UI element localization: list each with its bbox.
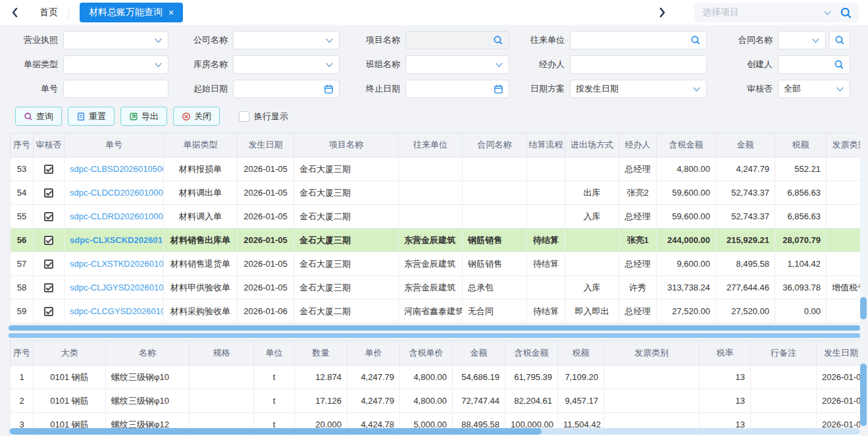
chevron-down-icon: [836, 85, 844, 94]
close-button[interactable]: 关闭: [173, 107, 220, 126]
contract-name-select[interactable]: [778, 31, 826, 49]
scrollbar-thumb[interactable]: [10, 428, 542, 435]
cell-category: 0101 钢筋: [34, 366, 106, 389]
row-checkbox-checked[interactable]: [44, 236, 53, 245]
detail-table-horizontal-scrollbar[interactable]: [9, 428, 860, 435]
creator-search[interactable]: [778, 55, 850, 74]
table-row[interactable]: 57sdpc-CLXSTKD202601050材料销售退货单2026-01-05…: [11, 252, 861, 276]
chevron-down-icon: [154, 36, 163, 45]
cell-tax: 0.00: [775, 300, 827, 323]
cell-doc-type: 材料甲供验收单: [164, 276, 238, 300]
doc-number-link[interactable]: sdpc-CLXSTKD202601050: [70, 259, 164, 269]
warehouse-select[interactable]: [233, 55, 340, 74]
row-checkbox-checked[interactable]: [44, 283, 53, 292]
doc-number-link[interactable]: sdpc-CLDCD20260100000: [70, 188, 164, 198]
cell-settle-flow: [527, 157, 565, 181]
table-row[interactable]: 59sdpc-CLCGYSD202601060材料采购验收单2026-01-06…: [11, 300, 861, 323]
team-select[interactable]: [405, 55, 509, 74]
cell-project: 金石大厦三期: [294, 252, 399, 276]
counterparty-search[interactable]: [570, 31, 707, 49]
query-button[interactable]: 查询: [15, 107, 62, 126]
doc-number-link[interactable]: sdpc-CLCGYSD202601060: [70, 306, 164, 316]
row-checkbox-checked[interactable]: [44, 188, 53, 198]
doc-number-link[interactable]: sdpc-CLBSD20260105000: [70, 164, 164, 174]
business-license-select[interactable]: [63, 31, 168, 49]
cell-invoice-type: [827, 300, 861, 323]
forward-chevron-icon[interactable]: [657, 7, 667, 18]
cell-row-remark: [751, 366, 817, 389]
tab-home[interactable]: 首页: [39, 7, 58, 18]
reset-button[interactable]: 重置: [68, 107, 115, 126]
doc-no-input[interactable]: [63, 80, 168, 98]
cell-category: 0101 钢筋: [34, 389, 106, 413]
panel-splitter-scrollbar[interactable]: [9, 333, 860, 338]
column-header-price: 单价: [347, 341, 400, 366]
project-name-search[interactable]: [405, 31, 509, 49]
search-icon: [24, 112, 33, 121]
date-scheme-select[interactable]: 按发生日期: [570, 80, 707, 98]
cell-amount: 27,520.00: [716, 300, 775, 323]
search-icon[interactable]: [834, 59, 844, 70]
cell-counterparty: 河南省鑫泰建筑: [399, 300, 463, 323]
cell-invoice-type: [827, 229, 861, 252]
doc-type-select[interactable]: [63, 55, 168, 74]
search-icon[interactable]: [690, 35, 701, 45]
cell-doc-type: 材料报损单: [164, 157, 238, 181]
detail-lines-table: 序号大类名称规格单位数量单价含税单价金额含税金额税额发票类别税率行备注发生日期1…: [10, 341, 860, 436]
row-checkbox-checked[interactable]: [44, 165, 53, 174]
main-table-vertical-scrollbar[interactable]: [860, 158, 867, 321]
search-icon[interactable]: [840, 7, 852, 19]
cell-tax: 36,093.78: [775, 276, 827, 300]
table-row[interactable]: 55sdpc-CLDRD20260100000材料调入单2026-01-05金石…: [11, 205, 861, 229]
column-header-amount: 金额: [453, 341, 505, 366]
tab-close-icon[interactable]: ×: [168, 8, 174, 17]
export-button[interactable]: 导出: [120, 107, 167, 126]
column-header-counterparty: 往来单位: [399, 133, 463, 157]
contract-search-button[interactable]: [829, 31, 850, 49]
wrap-display-checkbox[interactable]: [239, 111, 249, 122]
scrollbar-thumb[interactable]: [860, 364, 867, 426]
row-checkbox-checked[interactable]: [44, 212, 53, 221]
back-chevron-icon[interactable]: [11, 7, 20, 18]
cell-in-out: 即入即出: [565, 300, 619, 323]
cell-amount-tax: 9,600.00: [657, 252, 716, 276]
row-checkbox-checked[interactable]: [44, 259, 53, 269]
start-date-picker[interactable]: [233, 80, 340, 98]
cell-handler: 总经理: [619, 157, 657, 181]
table-row[interactable]: 10101 钢筋螺纹三级钢φ10t12.8744,247.794,800.005…: [11, 366, 861, 389]
cell-audited: [34, 252, 64, 276]
end-date-picker[interactable]: [405, 80, 509, 98]
cell-handler: 张亮1: [619, 229, 657, 252]
doc-number-link[interactable]: sdpc-CLXSCKD202601050: [70, 235, 164, 245]
cell-doc-type: 材料调出单: [164, 181, 238, 205]
main-table-horizontal-scrollbar[interactable]: [9, 325, 860, 331]
table-row[interactable]: 54sdpc-CLDCD20260100000材料调出单2026-01-05金石…: [11, 181, 861, 205]
detail-table-vertical-scrollbar[interactable]: [860, 364, 867, 427]
table-row[interactable]: 20101 钢筋螺纹三级钢φ10t17.1264,247.794,800.007…: [11, 389, 861, 413]
tab-material-ledger-query[interactable]: 材料总账万能查询 ×: [80, 3, 183, 22]
column-header-price-tax: 含税单价: [400, 341, 453, 366]
cell-seq: 58: [11, 276, 34, 300]
audited-select[interactable]: 全部: [778, 80, 850, 98]
scrollbar-thumb[interactable]: [860, 297, 867, 319]
row-checkbox-checked[interactable]: [44, 307, 53, 316]
cell-audited: [34, 229, 64, 252]
cell-doc-no: sdpc-CLBSD20260105000: [64, 157, 164, 181]
doc-number-link[interactable]: sdpc-CLDRD20260100000: [70, 211, 164, 221]
chevron-down-icon: [495, 61, 503, 69]
project-select-placeholder: 选择项目: [702, 7, 823, 18]
table-row[interactable]: 56sdpc-CLXSCKD202601050材料销售出库单2026-01-05…: [11, 229, 861, 252]
search-icon[interactable]: [493, 35, 503, 45]
doc-number-link[interactable]: sdpc-CLJGYSD202601050: [70, 283, 164, 292]
cell-counterparty: [399, 157, 463, 181]
table-row[interactable]: 58sdpc-CLJGYSD202601050材料甲供验收单2026-01-05…: [11, 276, 861, 300]
table-row[interactable]: 53sdpc-CLBSD20260105000材料报损单2026-01-05金石…: [11, 157, 861, 181]
handler-input[interactable]: [570, 55, 707, 74]
cell-date: 2026-01-05: [238, 205, 294, 229]
cell-invoice-type: [827, 205, 861, 229]
project-select[interactable]: 选择项目: [694, 3, 859, 22]
filter-label-end-date: 终止日期: [345, 83, 400, 95]
column-header-in-out: 进出场方式: [565, 133, 619, 157]
company-name-select[interactable]: [233, 31, 340, 49]
close-button-label: 关闭: [194, 111, 211, 123]
